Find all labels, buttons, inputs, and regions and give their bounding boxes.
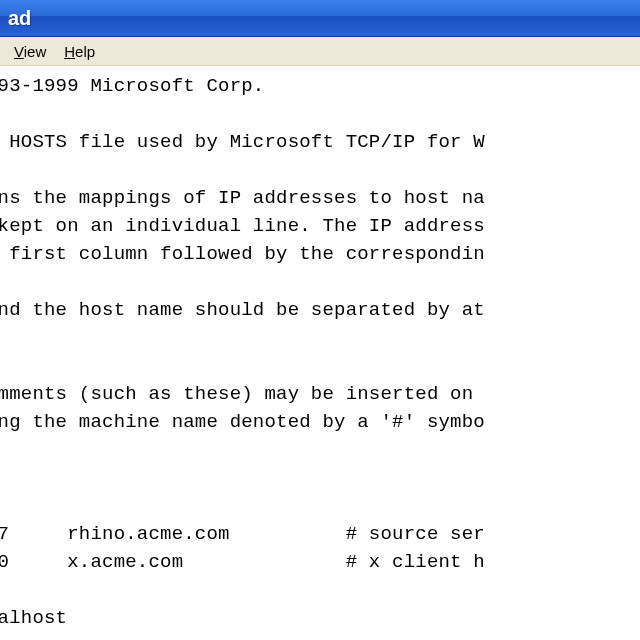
- menu-view[interactable]: View: [6, 41, 54, 62]
- menu-help[interactable]: Help: [56, 41, 103, 62]
- menu-bar: View Help: [0, 37, 640, 66]
- menu-view-mnemonic: V: [14, 43, 24, 60]
- menu-view-rest: iew: [24, 43, 47, 60]
- title-bar[interactable]: ad: [0, 0, 640, 37]
- menu-help-rest: elp: [75, 43, 95, 60]
- title-text: ad: [8, 7, 31, 30]
- editor-content[interactable]: (c) 1993-1999 Microsoft Corp. sample HOS…: [0, 66, 640, 640]
- app-window: ad View Help (c) 1993-1999 Microsoft Cor…: [0, 0, 640, 640]
- menu-help-mnemonic: H: [64, 43, 75, 60]
